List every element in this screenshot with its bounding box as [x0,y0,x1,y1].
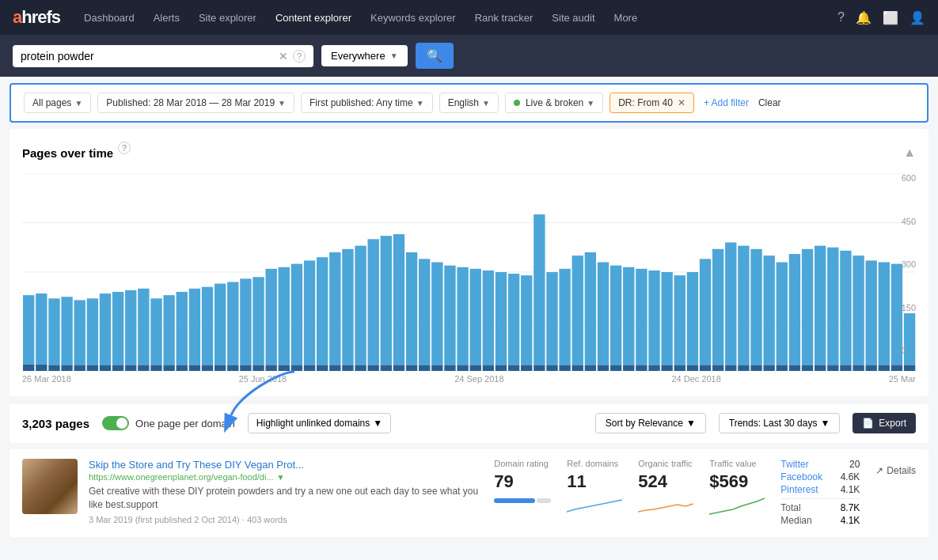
export-button[interactable]: 📄 Export [853,413,916,433]
svg-rect-129 [815,246,826,365]
svg-rect-113 [712,249,723,365]
svg-rect-56 [342,365,353,372]
svg-rect-116 [725,365,736,372]
live-broken-filter[interactable]: Live & broken ▼ [505,93,603,113]
sort-button[interactable]: Sort by Relevance ▼ [595,413,706,433]
domain-rating-label: Domain rating [494,459,551,468]
svg-rect-8 [36,365,47,371]
svg-rect-107 [674,275,685,365]
screen-icon[interactable]: ⬜ [883,10,898,25]
result-title[interactable]: Skip the Store and Try These DIY Vegan P… [89,459,483,471]
organic-traffic-chart [638,492,693,516]
svg-rect-63 [393,234,404,365]
svg-rect-17 [100,293,111,365]
facebook-row: Facebook 4.6K [780,471,860,482]
x-label-4: 24 Dec 2018 [671,374,720,384]
svg-rect-83 [521,275,532,365]
nav-dashboard[interactable]: Dashboard [76,7,142,28]
dr-filter-close-icon[interactable]: ✕ [678,97,685,108]
chart-collapse-icon[interactable]: ▲ [903,146,916,160]
first-published-filter[interactable]: First published: Any time ▼ [301,93,433,113]
nav-keywords-explorer[interactable]: Keywords explorer [363,7,464,28]
svg-rect-76 [470,365,481,372]
live-dot-icon [514,100,520,106]
dr-bar-filled [494,498,535,503]
svg-rect-114 [712,365,723,372]
svg-rect-93 [585,252,596,365]
chart-title-text: Pages over time [22,146,113,160]
svg-rect-80 [496,365,507,372]
result-thumbnail [22,459,78,514]
nav-links: Dashboard Alerts Site explorer Content e… [76,7,837,28]
clear-search-icon[interactable]: ✕ [279,50,288,62]
nav-site-audit[interactable]: Site audit [544,7,602,28]
language-filter[interactable]: English ▼ [439,93,499,113]
clear-filters-button[interactable]: Clear [758,97,781,108]
svg-rect-52 [317,365,328,372]
trends-button[interactable]: Trends: Last 30 days ▼ [719,413,841,433]
pinterest-label[interactable]: Pinterest [780,484,818,495]
svg-rect-25 [150,298,161,365]
search-bar: ✕ ? Everywhere ▼ 🔍 [0,35,938,77]
location-dropdown[interactable]: Everywhere ▼ [321,45,408,66]
svg-rect-111 [700,259,711,365]
svg-rect-109 [687,272,698,365]
published-filter[interactable]: Published: 28 Mar 2018 — 28 Mar 2019 ▼ [97,93,294,113]
svg-rect-134 [840,365,851,372]
svg-rect-14 [74,365,85,372]
svg-rect-9 [48,298,59,365]
svg-rect-124 [777,365,788,372]
one-page-domain-toggle[interactable] [102,416,129,430]
svg-rect-85 [534,214,545,365]
result-content: Skip the Store and Try These DIY Vegan P… [89,459,483,524]
pinterest-value: 4.1K [841,484,860,495]
dr-filter[interactable]: DR: From 40 ✕ [610,93,694,113]
svg-rect-26 [150,365,161,372]
facebook-label[interactable]: Facebook [780,471,822,482]
svg-rect-64 [393,365,404,372]
details-button[interactable]: ↗ Details [875,465,916,476]
total-value: 8.7K [841,502,860,513]
twitter-label[interactable]: Twitter [780,459,808,470]
all-pages-filter[interactable]: All pages ▼ [24,93,91,113]
svg-rect-66 [406,365,417,372]
domain-rating-metric: Domain rating 79 [494,459,551,503]
svg-rect-22 [125,365,136,372]
search-help-icon[interactable]: ? [293,50,306,62]
search-button[interactable]: 🔍 [416,43,454,69]
nav-more[interactable]: More [606,7,646,28]
svg-rect-6 [23,365,34,371]
svg-rect-89 [559,269,570,365]
logo[interactable]: ahrefs [13,7,60,28]
twitter-value: 20 [849,459,860,470]
result-url[interactable]: https://www.onegreenplanet.org/vegan-foo… [89,472,274,482]
chart-help-icon[interactable]: ? [118,142,131,154]
svg-rect-112 [700,365,711,372]
nav-site-explorer[interactable]: Site explorer [191,7,264,28]
svg-rect-24 [138,365,149,372]
svg-rect-102 [636,365,647,372]
add-filter-button[interactable]: + Add filter [704,97,749,108]
facebook-value: 4.6K [841,471,860,482]
svg-rect-135 [853,255,864,365]
twitter-row: Twitter 20 [780,459,860,470]
search-input[interactable] [21,50,274,62]
traffic-value-metric: Traffic value $569 [709,459,765,518]
notifications-icon[interactable]: 🔔 [856,10,872,25]
help-icon[interactable]: ? [837,10,845,25]
total-label: Total [780,502,800,513]
svg-rect-126 [789,365,800,372]
svg-rect-133 [840,251,851,365]
nav-rank-tracker[interactable]: Rank tracker [467,7,541,28]
svg-rect-88 [546,365,557,372]
svg-rect-94 [585,365,596,372]
svg-rect-99 [623,267,634,365]
traffic-value-chart [709,492,765,516]
ref-domains-value: 11 [567,471,622,492]
ref-domains-chart [567,492,622,516]
nav-content-explorer[interactable]: Content explorer [268,7,359,28]
user-icon[interactable]: 👤 [910,10,925,25]
nav-alerts[interactable]: Alerts [146,7,188,28]
svg-rect-18 [100,365,111,372]
svg-rect-100 [623,365,634,372]
